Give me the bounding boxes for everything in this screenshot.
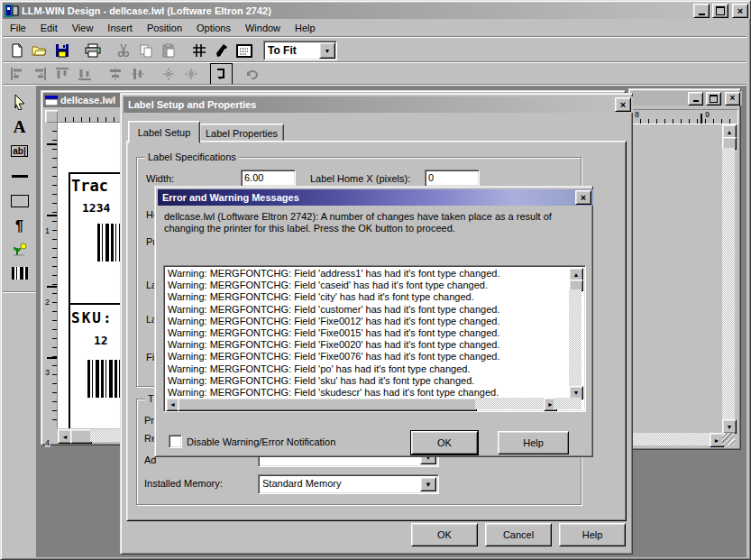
setup-dialog-titlebar[interactable]: Label Setup and Properties × — [124, 96, 633, 113]
new-icon[interactable] — [5, 40, 28, 61]
document-icon — [45, 96, 58, 106]
chevron-down-icon[interactable]: ▼ — [319, 42, 335, 59]
button-label: OK — [437, 529, 452, 540]
ok-button[interactable]: OK — [411, 523, 478, 546]
menu-item[interactable]: Edit — [33, 21, 65, 35]
divider — [3, 36, 746, 38]
document2-titlebar[interactable]: × — [631, 91, 742, 106]
text-icon[interactable]: A — [8, 116, 31, 138]
scroll-track[interactable] — [475, 398, 544, 409]
separator — [233, 63, 241, 85]
maximize-icon[interactable] — [706, 92, 721, 106]
window-title: LLM-WIN Design - dellcase.lwl (Loftware … — [22, 5, 271, 16]
main-titlebar[interactable]: LLM-WIN Design - dellcase.lwl (Loftware … — [3, 3, 750, 19]
save-icon[interactable] — [50, 40, 73, 61]
preview-text-sku[interactable]: SKU: — [71, 309, 114, 326]
warning-list-item[interactable]: Warning: MERGFONTCHG: Field 'Fixe0012' h… — [166, 316, 569, 327]
pen-icon[interactable] — [210, 40, 233, 61]
warning-list-item[interactable]: Warning: MERGFONTCHG: Field 'customer' h… — [166, 304, 569, 316]
close-icon[interactable]: × — [615, 97, 631, 112]
rotate-icon[interactable] — [210, 63, 233, 85]
ruler-number: 3 — [45, 368, 50, 377]
barcode-icon[interactable] — [8, 262, 31, 284]
cancel-button[interactable]: Cancel — [485, 523, 552, 546]
menu-item[interactable]: Position — [140, 21, 189, 35]
ruler-number: 8 — [635, 110, 640, 119]
grid-icon[interactable] — [188, 40, 210, 61]
maximize-icon[interactable] — [712, 4, 728, 18]
warning-list-item[interactable]: Warning: MERGFONTCHG: Field 'Fixe0020' h… — [166, 339, 569, 351]
scroll-thumb[interactable] — [178, 398, 477, 411]
print-icon[interactable] — [81, 40, 104, 61]
menu-item[interactable]: Window — [238, 21, 288, 35]
data-view-icon[interactable] — [233, 40, 255, 61]
paragraph-icon[interactable]: ¶ — [8, 216, 31, 237]
space-vertical-icon — [157, 63, 179, 85]
pointer-icon[interactable] — [8, 91, 31, 113]
menu-item[interactable]: Insert — [100, 21, 140, 35]
close-icon[interactable]: × — [732, 4, 748, 18]
align-left-icon — [5, 63, 28, 85]
minimize-icon[interactable] — [693, 4, 710, 18]
zoom-combobox[interactable]: To Fit ▼ — [263, 41, 337, 60]
open-icon[interactable] — [28, 40, 50, 61]
cut-icon — [112, 40, 134, 61]
line-icon[interactable] — [8, 165, 31, 187]
preview-text-track[interactable]: Trac — [71, 177, 108, 195]
scroll-down-icon[interactable]: ▼ — [722, 419, 737, 434]
document2-hscrollbar[interactable]: ► — [632, 433, 722, 445]
separator — [149, 63, 157, 85]
warning-list-item[interactable]: Warning: MERGFONTCHG: Field 'city' has h… — [166, 291, 569, 303]
warning-list-item[interactable]: Warning: MERGFONTCHG: Field 'skudescr' h… — [166, 387, 569, 398]
warning-list-item[interactable]: Warning: MERGFONTCHG: Field 'caseid' has… — [166, 280, 569, 291]
error-dialog-titlebar[interactable]: Error and Warning Messages × — [158, 189, 593, 206]
disable-warning-checkbox[interactable] — [169, 435, 182, 448]
warnings-listbox[interactable]: Warning: MERGFONTCHG: Field 'address1' h… — [163, 265, 586, 412]
help-button[interactable]: Help — [559, 523, 626, 546]
menu-item[interactable]: Options — [189, 21, 238, 35]
menu-item[interactable]: Help — [288, 21, 323, 35]
scroll-thumb[interactable] — [70, 429, 92, 444]
preview-text-number[interactable]: 1234 — [82, 201, 110, 215]
preview-text-number2[interactable]: 12 — [94, 334, 108, 347]
list-hscrollbar[interactable]: ◄ ► — [166, 398, 569, 409]
width-input[interactable]: 6.00 — [241, 170, 296, 187]
list-vscrollbar[interactable]: ▲ ▼ — [569, 268, 582, 398]
close-icon[interactable]: × — [725, 92, 740, 106]
warning-list-item[interactable]: Warning: MERGFONTCHG: Field 'po' has had… — [166, 363, 569, 375]
document2-vscrollbar[interactable]: ▲ ▼ — [722, 124, 735, 432]
separator — [179, 40, 188, 61]
warning-list-item[interactable]: Warning: MERGFONTCHG: Field 'Fixe0015' h… — [166, 327, 569, 339]
warning-list-item[interactable]: Warning: MERGFONTCHG: Field 'address1' h… — [166, 268, 569, 280]
tab-label-setup[interactable]: Label Setup — [128, 121, 200, 143]
width-value: 6.00 — [244, 172, 263, 183]
scroll-track[interactable] — [569, 289, 582, 386]
ok-button[interactable]: OK — [411, 431, 478, 454]
home-x-value: 0 — [428, 172, 434, 183]
minimize-icon[interactable] — [688, 92, 703, 106]
align-top-icon — [50, 63, 73, 85]
close-icon[interactable]: × — [575, 190, 591, 205]
warning-list-item[interactable]: Warning: MERGFONTCHG: Field 'sku' has ha… — [166, 375, 569, 387]
menu-item[interactable]: View — [65, 21, 101, 35]
installed-memory-label: Installed Memory: — [144, 478, 223, 489]
scroll-track[interactable] — [722, 148, 735, 419]
ruler-origin-box[interactable] — [45, 110, 59, 124]
tab-label-properties[interactable]: Label Properties — [199, 124, 284, 142]
chevron-down-icon[interactable]: ▼ — [420, 477, 436, 491]
ruler-number: 1 — [45, 226, 50, 235]
canvas-2[interactable] — [632, 124, 722, 432]
center-horizontal-icon — [104, 63, 126, 85]
resize-grip-icon[interactable] — [722, 433, 735, 445]
textfield-icon[interactable]: ab| — [8, 140, 31, 161]
label-home-x-input[interactable]: 0 — [425, 170, 480, 187]
help-button[interactable]: Help — [498, 431, 569, 454]
installed-memory-combobox[interactable]: Standard Memory ▼ — [258, 474, 439, 494]
scroll-track[interactable] — [632, 433, 710, 445]
installed-memory-value: Standard Memory — [262, 478, 341, 489]
menu-item[interactable]: File — [3, 21, 33, 35]
warning-list-item[interactable]: Warning: MERGFONTCHG: Field 'Fixe0076' h… — [166, 351, 569, 363]
warnings-list: Warning: MERGFONTCHG: Field 'address1' h… — [166, 268, 569, 398]
rectangle-icon[interactable] — [8, 190, 31, 212]
picture-icon[interactable] — [8, 239, 31, 261]
